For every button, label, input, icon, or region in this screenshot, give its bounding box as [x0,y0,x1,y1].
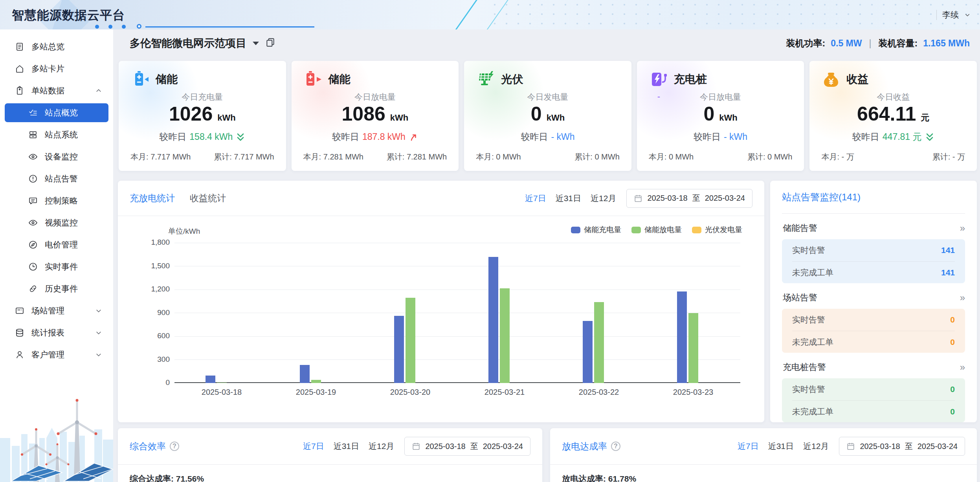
legend-item[interactable]: 光伏发电量 [692,225,742,235]
more-chevrons-icon[interactable]: » [960,292,964,303]
metric-unit: kWh [390,113,408,123]
compare-label: 较昨日 [159,131,186,143]
range-7d[interactable]: 近7日 [525,193,546,204]
chart-bar-series1-2025-03-20[interactable] [406,298,415,383]
tab-income-stats[interactable]: 收益统计 [190,192,226,204]
range-7d[interactable]: 近7日 [303,441,324,452]
installed-power-label: 装机功率: [786,37,826,49]
sidebar-item-site-overview[interactable]: 站点概览 [0,102,113,124]
caret-down-icon [253,42,259,45]
tab-charge-discharge-stats[interactable]: 充放电统计 [130,192,175,204]
range-7d[interactable]: 近7日 [738,441,759,452]
chevron-down-icon [95,307,102,314]
sidebar-item-video-monitoring[interactable]: 视频监控 [0,212,113,234]
compare-value: 158.4 kWh [189,132,233,142]
sidebar-item-label: 电价管理 [45,239,78,250]
date-range-picker[interactable]: 2025-03-18 至 2025-03-24 [839,437,965,456]
help-icon[interactable]: ? [170,442,179,451]
month-stat: 本月: 7.717 MWh [130,152,191,162]
alarm-row[interactable]: 未完成工单 0 [792,400,955,422]
alarm-row[interactable]: 实时告警 141 [792,239,955,261]
sidebar-item-label: 多站卡片 [31,63,64,74]
archive-icon [28,130,38,139]
help-icon[interactable]: ? [611,442,620,451]
user-name: 李续 [942,9,959,20]
date-range-picker[interactable]: 2025-03-18 至 2025-03-24 [404,437,530,456]
more-chevrons-icon[interactable]: » [960,223,964,234]
alarm-row[interactable]: 未完成工单 0 [792,331,955,353]
more-chevrons-icon[interactable]: » [960,362,964,373]
compare-label: 较昨日 [332,131,359,143]
alarm-panel-title[interactable]: 站点告警监控(141) [782,181,965,214]
divider: | [867,38,873,49]
kpi-card-row: 储能 今日充电量 1026 kWh 较昨日 158.4 kWh 本月: 7.71… [119,61,977,171]
range-31d[interactable]: 近31日 [556,193,581,204]
alarm-row[interactable]: 实时告警 0 [792,378,955,400]
card-title: 收益 [846,72,868,87]
compare-label: 较昨日 [852,131,879,143]
metric-unit: kWh [719,113,737,123]
chart-bar-series0-2025-03-23[interactable] [677,291,687,383]
chart-bar-series1-2025-03-19[interactable] [311,380,321,383]
pv-card: 光伏 今日发电量 0 kWh 较昨日 - kWh 本月: 0 MWh 累计: 0… [464,61,631,171]
alarm-row[interactable]: 实时告警 0 [792,309,955,331]
metric-value: 1026 [169,103,213,125]
legend-swatch [692,227,701,233]
sidebar-item-site-system[interactable]: 站点系统 [0,124,113,146]
chart-x-tick-label: 2025-03-23 [646,388,740,397]
project-selector[interactable]: 多伦智能微电网示范项目 [130,29,275,57]
alarm-count: 0 [950,385,955,394]
alarm-row[interactable]: 未完成工单 141 [792,261,955,283]
chart-bar-series1-2025-03-18[interactable] [217,383,227,383]
sidebar-item-station-management[interactable]: 场站管理 [0,300,113,322]
sidebar-item-history-events[interactable]: 历史事件 [0,278,113,300]
panel-title: 综合效率 [130,440,166,453]
link-icon [28,284,38,293]
chart-bar-series0-2025-03-18[interactable] [206,376,215,383]
tag-icon [15,86,24,95]
legend-item[interactable]: 储能放电量 [631,225,682,235]
overview-icon [15,42,24,51]
chart-bar-series1-2025-03-22[interactable] [594,302,604,383]
sidebar-item-single-station-data[interactable]: 单站数据 [0,80,113,102]
sidebar-item-control-strategy[interactable]: 控制策略 [0,190,113,212]
header-ring-decoration [137,24,141,29]
sidebar-item-customer-management[interactable]: 客户管理 [0,344,113,366]
chart-bar-series1-2025-03-23[interactable] [688,313,698,383]
card-title: 储能 [156,72,178,87]
sidebar-item-multi-station-cards[interactable]: 多站卡片 [0,58,113,80]
legend-label: 储能充电量 [584,225,621,235]
sidebar-item-statistics-reports[interactable]: 统计报表 [0,322,113,344]
compare-value: - kWh [551,132,574,142]
chart-bar-series0-2025-03-19[interactable] [300,365,310,383]
storage-alarm-box: 实时告警 141 未完成工单 141 [782,239,965,283]
range-12m[interactable]: 近12月 [369,441,394,452]
range-31d[interactable]: 近31日 [334,441,359,452]
range-31d[interactable]: 近31日 [768,441,794,452]
sidebar-item-multi-station-overview[interactable]: 多站总览 [0,36,113,58]
user-menu[interactable]: 李续 [936,0,971,29]
compass-icon [28,240,38,249]
chart-bar-series0-2025-03-22[interactable] [583,321,593,383]
panel-title: 放电达成率 [562,440,607,453]
range-12m[interactable]: 近12月 [591,193,616,204]
sidebar-item-device-monitoring[interactable]: 设备监控 [0,146,113,168]
alarm-section-title-station: 场站告警 [783,292,817,304]
trend-down-icon [925,132,934,142]
chart-bar-series0-2025-03-20[interactable] [394,316,404,383]
sidebar-item-realtime-events[interactable]: 实时事件 [0,256,113,278]
sidebar-item-price-management[interactable]: 电价管理 [0,234,113,256]
chart-bar-series0-2025-03-21[interactable] [488,257,498,383]
date-range-picker[interactable]: 2025-03-18 至 2025-03-24 [626,189,752,208]
station-alarm-box: 实时告警 0 未完成工单 0 [782,309,965,353]
header-banner: 智慧能源数据云平台 李续 [0,0,980,29]
copy-icon[interactable] [265,37,275,49]
chart-bar-series1-2025-03-21[interactable] [500,288,510,383]
sidebar-item-site-alarm[interactable]: 站点告警 [0,168,113,190]
chevron-down-icon [964,12,971,18]
range-12m[interactable]: 近12月 [803,441,829,452]
chart-gridline [174,290,740,290]
alarm-section-title-storage: 储能告警 [783,222,817,234]
metric-unit: kWh [547,113,565,123]
legend-item[interactable]: 储能充电量 [571,225,621,235]
